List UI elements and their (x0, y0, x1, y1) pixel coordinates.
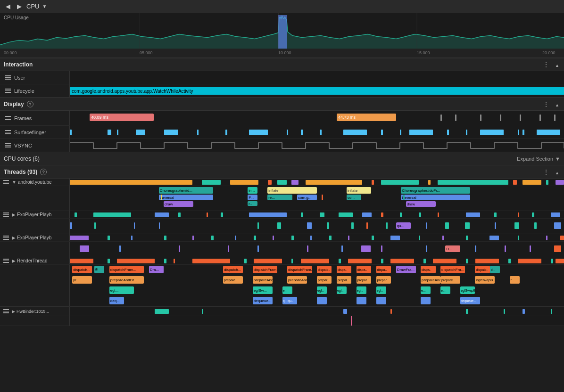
exoplayer2-block-10[interactable] (426, 245, 427, 252)
dispatc-block-7[interactable]: dispa.. (376, 266, 391, 273)
exoplayer1-block-6[interactable] (277, 222, 281, 229)
q-block-3[interactable] (357, 297, 366, 304)
in-block[interactable]: in... (248, 187, 257, 194)
exoplayer2-hamburger[interactable] (2, 234, 10, 241)
dispatch-block-1[interactable]: dispatch... (72, 266, 92, 273)
exoplayer1-block-7[interactable] (307, 222, 312, 229)
exoplayer1-block-17[interactable] (534, 222, 537, 229)
prepareand-block-10[interactable]: eglSwapB... (475, 276, 495, 284)
prepar-block-5[interactable]: prepar.. (337, 276, 351, 284)
prepar-block-6[interactable]: prepar.. (357, 276, 371, 284)
dequeue-block-2[interactable]: dequeue... (460, 297, 480, 304)
display-menu-button[interactable] (542, 100, 550, 108)
exoplayer1-expand-icon[interactable]: ▶ (12, 212, 16, 217)
exoplayer1-block-15[interactable] (495, 222, 496, 229)
exoplayer2-block-7[interactable] (341, 245, 343, 252)
dispatc-block-6[interactable]: dispa.. (357, 266, 371, 273)
prepareand-block-2[interactable]: prepareAnd... (253, 276, 273, 284)
surfaceflinger-hamburger-icon[interactable] (4, 129, 12, 136)
dispatc-block-10[interactable]: dispatc.. (475, 266, 489, 273)
dispatch-block-2[interactable]: dispatch... (223, 266, 243, 273)
frames-hamburger-icon[interactable] (4, 114, 12, 122)
qu-block-2[interactable]: qu.. (287, 297, 297, 304)
draw-block-1[interactable]: draw (164, 201, 193, 207)
exoplayer2-block-4[interactable] (228, 245, 229, 252)
prepar-block-4[interactable]: prepar.. (317, 276, 332, 284)
threads-help-icon[interactable]: ? (40, 169, 47, 175)
dispatchfram-block-3[interactable]: dispatchFram... (287, 266, 312, 273)
exoplayer1-block-12[interactable] (426, 222, 427, 229)
traversal-block-2[interactable]: traversal (401, 195, 470, 200)
dequeue-block[interactable]: dequeue... (253, 297, 273, 304)
inflate-block-1[interactable]: inflate (267, 187, 317, 194)
interaction-collapse-button[interactable] (554, 61, 560, 68)
drawfra-block[interactable]: DrawFra... (396, 266, 416, 273)
dra-block-1[interactable]: Dra... (149, 266, 164, 273)
prepare-block-2[interactable]: prepare.. (223, 276, 243, 284)
dispatc-block-4[interactable]: dispatc.. (317, 266, 332, 273)
display-collapse-button[interactable] (554, 100, 560, 108)
exoplayer2-block-5[interactable] (257, 245, 259, 252)
hwbinder-hamburger[interactable] (2, 308, 10, 315)
q-block-4[interactable] (376, 297, 386, 304)
hwbinder-expand-icon[interactable]: ▶ (12, 309, 15, 314)
prepareando-block[interactable]: prepareAndO... (421, 276, 440, 284)
vsync-hamburger-icon[interactable] (4, 142, 12, 149)
exoplayer1-block-1[interactable] (70, 222, 72, 229)
exoplayer2-block-13[interactable] (530, 245, 531, 252)
q-block-5[interactable] (421, 297, 431, 304)
egl-block-1[interactable]: egl... (109, 286, 134, 294)
draw-block-2[interactable]: draw (406, 201, 436, 207)
exoplayer2-block-11[interactable] (475, 245, 476, 252)
exoplayer1-block-11[interactable] (386, 222, 388, 229)
eglswapb-block[interactable]: eglSwapB... (460, 286, 475, 294)
exoplayer1-block-2[interactable] (94, 222, 96, 229)
exoplayer1-block-10[interactable] (366, 222, 368, 229)
renderthread-expand-icon[interactable]: ▶ (12, 258, 16, 263)
prepar-block-7[interactable]: prepar.. (376, 276, 391, 284)
e-block-6[interactable]: e... (421, 286, 431, 294)
exoplayer2-block-9[interactable] (381, 245, 382, 252)
exoplayer2-block-3[interactable] (179, 245, 180, 252)
e-block-4[interactable]: egl.. (357, 286, 366, 294)
lifecycle-activity-bar[interactable]: com.google.android.apps.youtube.app.Watc… (70, 87, 564, 95)
exoplayer2-expand-icon[interactable]: ▶ (12, 235, 16, 240)
e-block-1[interactable]: e... (282, 286, 292, 294)
exoplayer1-block-4[interactable] (159, 222, 160, 229)
f-block[interactable]: f... (510, 276, 520, 284)
e-block-7[interactable]: e... (440, 286, 450, 294)
prepareanddr-block-3[interactable]: prepareAndDr... (287, 276, 307, 284)
exoplayer1-block-13[interactable] (445, 222, 449, 229)
frame-bar-2[interactable]: 44.73 ms (337, 114, 396, 121)
e-block-2[interactable]: egl.. (317, 286, 327, 294)
dispatc-block-5[interactable]: dispa.. (337, 266, 351, 273)
co-block[interactable]: co... (347, 195, 361, 200)
exoplayer1-hamburger[interactable] (2, 211, 10, 218)
exoplayer2-block-8[interactable] (361, 245, 371, 252)
qu-block[interactable]: qu... (396, 222, 411, 229)
frame-bar-1[interactable]: 40.09 ms (90, 114, 154, 121)
inflate-block-2[interactable]: inflate (347, 187, 371, 194)
com-g-block[interactable]: com.g... (297, 195, 317, 200)
threads-collapse-button[interactable] (554, 168, 560, 176)
exoplayer2-block-14[interactable] (554, 245, 561, 252)
back-button[interactable]: ◀ (4, 2, 12, 11)
e-block-5[interactable]: egl.. (376, 286, 386, 294)
prepareanddr-block-1[interactable]: prepareAndDr... (109, 276, 144, 284)
H-block[interactable]: H... (445, 245, 460, 252)
q-block-2[interactable] (317, 297, 327, 304)
exoplayer1-block-18[interactable] (554, 222, 561, 229)
renderthread-hamburger[interactable] (2, 257, 10, 264)
lifecycle-hamburger-icon[interactable] (4, 87, 12, 94)
traversal-block-1[interactable]: traversal (159, 195, 213, 200)
dispatchframe-block-1[interactable]: dispatchFram... (109, 266, 144, 273)
dispatc-block-8[interactable]: dispa.. (421, 266, 435, 273)
r-block[interactable]: r... (248, 201, 257, 206)
choreographer-block-1[interactable]: Choreographer#d... (159, 187, 213, 194)
prepare-block-9[interactable]: prepare.. (440, 276, 460, 284)
dispatchfra-block-9[interactable]: dispatchFra... (440, 266, 465, 273)
prepare-block-1[interactable]: pr... (72, 276, 92, 284)
exoplayer1-block-8[interactable] (327, 222, 329, 229)
threads-menu-button[interactable] (542, 168, 550, 176)
choreographer-block-2[interactable]: Choreographer#doFr... (401, 187, 470, 194)
